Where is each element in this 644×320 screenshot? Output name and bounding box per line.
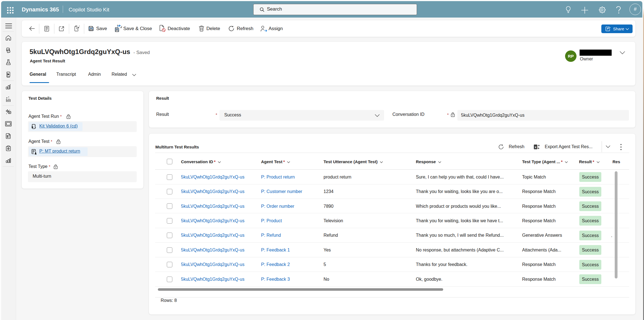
svg-text:x: x [535,145,537,149]
